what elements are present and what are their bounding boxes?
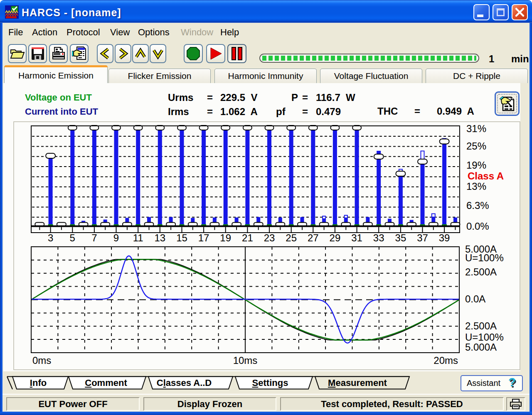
svg-text:19: 19	[220, 232, 231, 243]
svg-text:10ms: 10ms	[233, 355, 258, 366]
svg-text:35: 35	[395, 232, 406, 243]
svg-text:Class A: Class A	[468, 170, 504, 182]
svg-text:0ms: 0ms	[32, 355, 51, 366]
svg-text:19%: 19%	[466, 160, 486, 171]
svg-text:20ms: 20ms	[433, 355, 458, 366]
svg-text:25%: 25%	[466, 140, 486, 152]
svg-text:U=100%: U=100%	[465, 332, 504, 343]
svg-text:13: 13	[154, 232, 165, 243]
svg-text:6.3%: 6.3%	[466, 200, 489, 211]
svg-text:15: 15	[176, 232, 187, 243]
svg-text:29: 29	[330, 232, 341, 243]
svg-text:0.0A: 0.0A	[465, 293, 485, 304]
svg-text:37: 37	[417, 232, 428, 243]
svg-text:27: 27	[308, 232, 319, 243]
svg-text:5.000A: 5.000A	[465, 341, 497, 353]
svg-text:33: 33	[373, 232, 384, 243]
svg-text:5: 5	[70, 232, 75, 243]
svg-text:3: 3	[48, 232, 53, 243]
svg-text:7: 7	[91, 232, 97, 243]
svg-text:9: 9	[113, 232, 119, 243]
svg-text:U=100%: U=100%	[465, 252, 504, 263]
svg-text:13%: 13%	[466, 181, 486, 192]
svg-text:2.500A: 2.500A	[465, 320, 497, 332]
svg-text:31: 31	[351, 232, 362, 243]
svg-text:0.0%: 0.0%	[466, 221, 489, 232]
svg-text:11: 11	[133, 232, 143, 243]
svg-text:25: 25	[286, 232, 297, 243]
svg-text:39: 39	[439, 232, 450, 243]
svg-text:31%: 31%	[466, 123, 486, 134]
svg-text:2.500A: 2.500A	[465, 266, 497, 277]
svg-text:23: 23	[264, 232, 275, 243]
svg-text:21: 21	[242, 232, 253, 243]
svg-text:17: 17	[198, 232, 209, 243]
